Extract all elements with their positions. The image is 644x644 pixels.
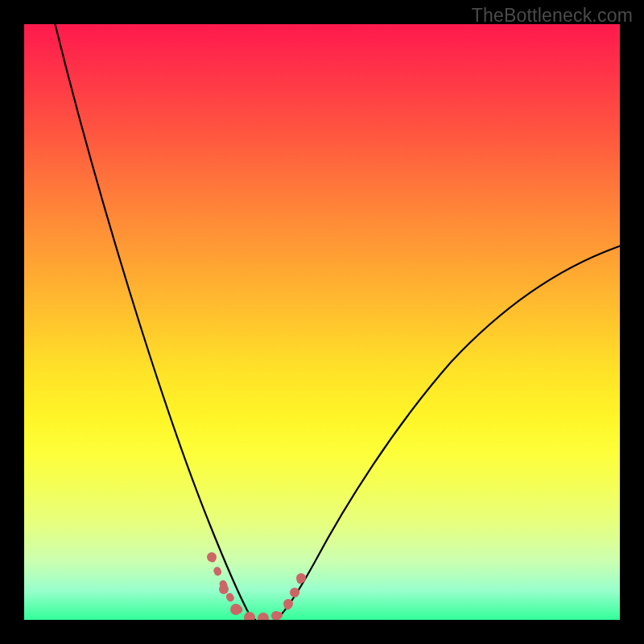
curve-left-branch (53, 24, 256, 620)
watermark-text: TheBottleneck.com (472, 5, 633, 27)
svg-point-0 (207, 552, 217, 562)
bottom-marker-dots (207, 552, 306, 620)
curve-layer (24, 24, 620, 620)
plot-area (24, 24, 620, 620)
svg-point-3 (244, 612, 255, 620)
svg-point-6 (283, 599, 293, 609)
svg-point-8 (296, 573, 306, 583)
chart-frame: TheBottleneck.com (0, 0, 644, 644)
svg-point-7 (290, 588, 299, 597)
svg-point-1 (219, 584, 229, 594)
svg-point-2 (230, 604, 242, 615)
svg-point-4 (258, 613, 269, 620)
curve-right-branch (275, 246, 620, 620)
